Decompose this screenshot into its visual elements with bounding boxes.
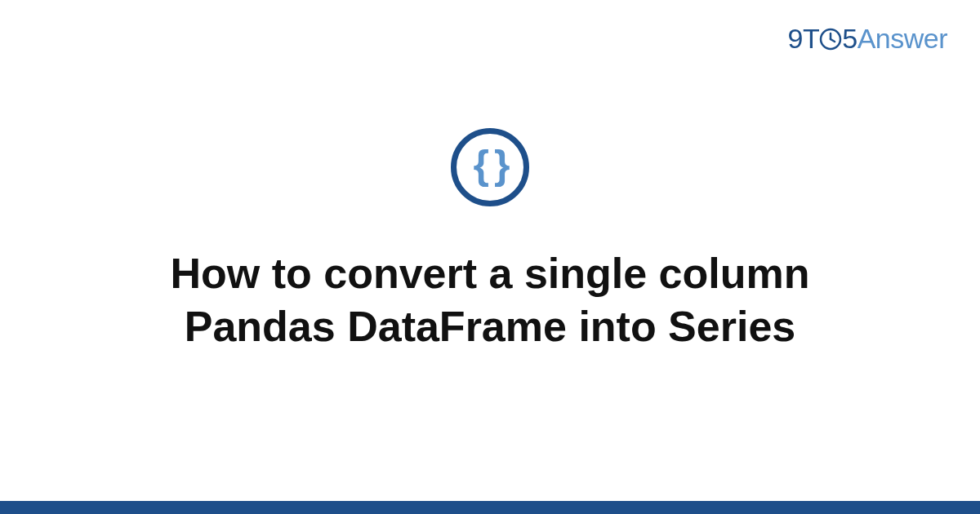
main-content: { } How to convert a single column Panda… bbox=[0, 0, 980, 514]
question-title: How to convert a single column Pandas Da… bbox=[61, 247, 919, 353]
footer-accent-bar bbox=[0, 501, 980, 514]
topic-icon-circle: { } bbox=[451, 128, 529, 206]
code-braces-icon: { } bbox=[474, 144, 507, 185]
